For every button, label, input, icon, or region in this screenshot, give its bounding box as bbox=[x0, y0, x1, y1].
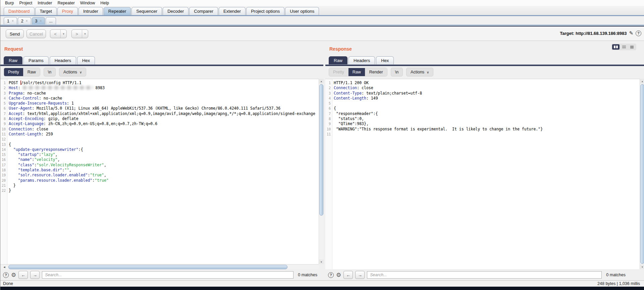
tab-dashboard[interactable]: Dashboard bbox=[4, 7, 35, 15]
response-pretty-button[interactable]: Pretty bbox=[329, 68, 348, 76]
line-number: 6 bbox=[325, 106, 331, 111]
menu-repeater[interactable]: Repeater bbox=[55, 0, 77, 6]
request-actions-button[interactable]: Actions∨ bbox=[59, 68, 86, 76]
request-tab-headers[interactable]: Headers bbox=[50, 56, 76, 64]
response-tab-hex[interactable]: Hex bbox=[376, 56, 394, 64]
status-bar: Done 248 bytes | 1,036 millis bbox=[0, 280, 644, 287]
tab-project-options[interactable]: Project options bbox=[246, 7, 284, 15]
request-horizontal-scrollbar[interactable]: ◀ bbox=[0, 264, 319, 269]
response-search-input[interactable] bbox=[367, 271, 602, 279]
request-tab-params[interactable]: Params bbox=[23, 56, 49, 64]
cancel-button[interactable]: Cancel bbox=[26, 30, 46, 38]
tab-extender[interactable]: Extender bbox=[219, 7, 246, 15]
layout-single-button[interactable] bbox=[628, 44, 636, 50]
request-tab-hex[interactable]: Hex bbox=[77, 56, 95, 64]
line-number: 21 bbox=[0, 183, 6, 188]
code-line: 22} bbox=[0, 188, 319, 193]
search-prev-button[interactable]: ← bbox=[343, 271, 353, 279]
request-raw-button[interactable]: Raw bbox=[23, 68, 40, 76]
code-line: 7Accept: text/html,application/xhtml+xml… bbox=[0, 111, 319, 116]
tab-user-options[interactable]: User options bbox=[285, 7, 319, 15]
scrollbar-thumb[interactable] bbox=[8, 265, 287, 269]
code-line: 2Host: 8983 bbox=[0, 85, 319, 91]
search-settings-gear-icon[interactable]: ⚙ bbox=[11, 272, 16, 278]
next-request-split-button[interactable]: > ▾ bbox=[71, 30, 88, 38]
code-line: 4Content-Length: 149 bbox=[325, 96, 640, 101]
repeater-tab-1[interactable]: 1× bbox=[4, 17, 17, 24]
line-number: 8 bbox=[325, 116, 331, 121]
request-editor[interactable]: 1POST /solr/test/config HTTP/1.12Host: 8… bbox=[0, 79, 319, 264]
prev-request-button[interactable]: < bbox=[50, 30, 61, 38]
close-tab-icon[interactable]: × bbox=[26, 19, 28, 23]
line-number: 2 bbox=[325, 85, 331, 91]
response-newline-toggle-button[interactable]: \n bbox=[391, 68, 403, 76]
tab-intruder[interactable]: Intruder bbox=[78, 7, 103, 15]
menu-window[interactable]: Window bbox=[77, 0, 98, 6]
repeater-tab-[interactable]: ... bbox=[46, 17, 56, 24]
close-tab-icon[interactable]: × bbox=[12, 19, 14, 23]
help-icon[interactable]: ? bbox=[636, 31, 641, 36]
search-next-button[interactable]: → bbox=[355, 271, 365, 279]
response-raw-button[interactable]: Raw bbox=[348, 68, 365, 76]
scroll-up-icon[interactable]: ▲ bbox=[319, 79, 324, 83]
layout-selector bbox=[611, 44, 636, 50]
layout-rows-button[interactable] bbox=[620, 44, 628, 50]
line-number: 8 bbox=[0, 116, 6, 121]
request-panel-title: Request bbox=[4, 46, 23, 52]
code-line: 14 "update-queryresponsewriter":{ bbox=[0, 147, 319, 152]
response-tab-headers[interactable]: Headers bbox=[348, 56, 375, 64]
redacted-host-blur bbox=[23, 86, 93, 90]
scroll-up-icon[interactable]: ▲ bbox=[640, 79, 644, 83]
next-request-button[interactable]: > bbox=[72, 30, 82, 38]
layout-columns-button[interactable] bbox=[612, 44, 620, 50]
scroll-down-icon[interactable]: ▼ bbox=[640, 265, 644, 269]
response-editor[interactable]: 1HTTP/1.1 200 OK2Connection: close3Conte… bbox=[325, 79, 640, 269]
search-next-button[interactable]: → bbox=[30, 271, 40, 279]
scrollbar-thumb[interactable] bbox=[319, 84, 323, 216]
request-search-input[interactable] bbox=[42, 271, 293, 279]
code-line: 9 "QTime":983}, bbox=[325, 121, 640, 126]
menu-help[interactable]: Help bbox=[98, 0, 112, 6]
response-vertical-scrollbar[interactable]: ▲ ▼ bbox=[640, 79, 644, 269]
tab-proxy[interactable]: Proxy bbox=[57, 7, 78, 15]
line-number: 22 bbox=[0, 188, 6, 193]
menu-bar: BurpProjectIntruderRepeaterWindowHelp bbox=[0, 0, 644, 6]
repeater-toolbar: Send Cancel < ▾ > ▾ Target: http://81.68… bbox=[0, 26, 644, 41]
repeater-tab-label: ... bbox=[49, 19, 52, 23]
repeater-tab-label: 1 bbox=[7, 19, 9, 23]
menu-intruder[interactable]: Intruder bbox=[35, 0, 55, 6]
search-help-icon[interactable]: ? bbox=[3, 272, 9, 278]
request-format-controls: PrettyRaw\nActions∨ bbox=[4, 68, 86, 76]
send-button[interactable]: Send bbox=[6, 30, 24, 38]
scroll-down-icon[interactable]: ▼ bbox=[319, 259, 324, 264]
request-newline-toggle-button[interactable]: \n bbox=[44, 68, 56, 76]
prev-dropdown-arrow-icon[interactable]: ▾ bbox=[61, 30, 66, 38]
request-pretty-button[interactable]: Pretty bbox=[4, 68, 23, 76]
menu-burp[interactable]: Burp bbox=[2, 0, 16, 6]
search-settings-gear-icon[interactable]: ⚙ bbox=[336, 272, 341, 278]
search-prev-button[interactable]: ← bbox=[18, 271, 28, 279]
tab-repeater[interactable]: Repeater bbox=[104, 7, 131, 15]
request-vertical-scrollbar[interactable]: ▲ ▼ bbox=[319, 79, 323, 264]
search-help-icon[interactable]: ? bbox=[328, 272, 334, 278]
repeater-tab-3[interactable]: 3× bbox=[32, 17, 45, 24]
line-number: 19 bbox=[0, 173, 6, 178]
menu-project[interactable]: Project bbox=[16, 0, 35, 6]
tab-decoder[interactable]: Decoder bbox=[163, 7, 189, 15]
tab-comparer[interactable]: Comparer bbox=[189, 7, 218, 15]
edit-target-pencil-icon[interactable]: ✎ bbox=[629, 30, 633, 36]
response-render-button[interactable]: Render bbox=[365, 68, 387, 76]
code-line: 3Content-Type: text/plain;charset=utf-8 bbox=[325, 91, 640, 96]
scroll-left-icon[interactable]: ◀ bbox=[2, 265, 7, 269]
tab-sequencer[interactable]: Sequencer bbox=[131, 7, 162, 15]
request-tab-raw[interactable]: Raw bbox=[4, 56, 22, 64]
next-dropdown-arrow-icon[interactable]: ▾ bbox=[82, 30, 88, 38]
scrollbar-thumb[interactable] bbox=[640, 84, 644, 264]
response-actions-button[interactable]: Actions∨ bbox=[406, 68, 433, 76]
repeater-tab-2[interactable]: 2× bbox=[18, 17, 31, 24]
close-tab-icon[interactable]: × bbox=[40, 19, 42, 23]
tab-target[interactable]: Target bbox=[35, 7, 57, 15]
burp-window: BurpProjectIntruderRepeaterWindowHelp Da… bbox=[0, 0, 644, 290]
response-tab-raw[interactable]: Raw bbox=[329, 56, 347, 64]
prev-request-split-button[interactable]: < ▾ bbox=[50, 30, 67, 38]
